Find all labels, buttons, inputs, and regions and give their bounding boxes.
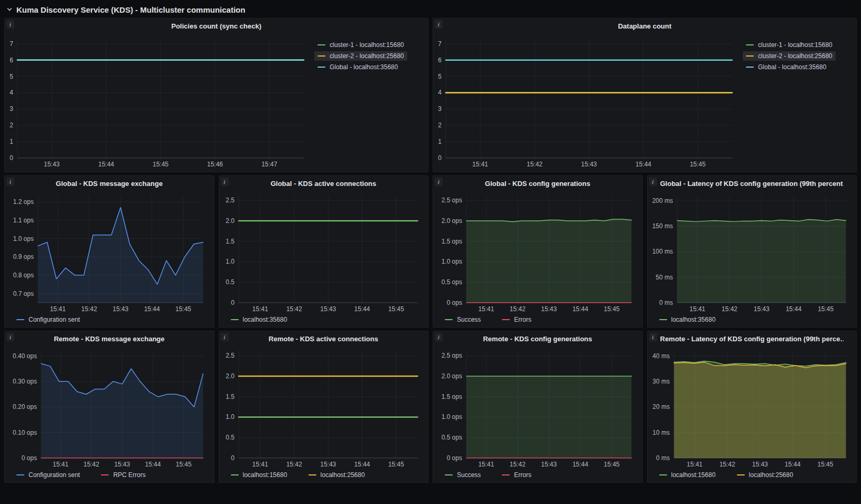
chart-canvas[interactable]: 00.51.01.52.02.515:4115:4215:4315:4415:4… [221,346,424,470]
legend-series-dash-icon [445,319,453,320]
chart-area[interactable]: 0123456715:4115:4215:4315:4415:45 [435,33,738,170]
legend-item[interactable]: RPC Errors [98,470,148,480]
legend-item[interactable]: localhost:35680 [228,315,291,324]
legend-item[interactable]: localhost:15680 [656,470,719,480]
y-tick-label: 2.0 [226,372,235,380]
legend-item[interactable]: Configuration sent [13,470,83,480]
y-tick-label: 0.5 [226,434,235,441]
y-tick-label: 1.5 [226,393,235,400]
y-tick-label: 5 [438,73,442,80]
legend-item[interactable]: Errors [499,315,535,324]
panel-title[interactable]: Global - KDS active connections [232,179,416,189]
panel-info-icon[interactable]: i [221,333,229,341]
panel-title[interactable]: Global - KDS config generations [446,179,630,189]
legend-series-dash-icon [317,67,325,68]
legend-item[interactable]: Success [442,470,484,480]
legend-item[interactable]: cluster-1 - localhost:15680 [743,40,836,50]
chart-canvas[interactable]: 0 ops0.5 ops1.0 ops1.5 ops2.0 ops2.5 ops… [435,190,638,314]
y-tick-label: 0.40 ops [13,352,37,360]
chart-canvas[interactable]: 0 ms10 ms20 ms30 ms40 ms15:4115:4215:431… [650,346,853,470]
y-tick-label: 0 ops [447,299,462,306]
chart-canvas[interactable]: 0.7 ops0.8 ops0.9 ops1.0 ops1.1 ops1.2 o… [7,190,210,314]
panel-dataplane-count: iDataplane count0123456715:4115:4215:431… [433,18,857,172]
y-tick-label: 3 [438,105,442,113]
chart-area[interactable]: 0 ops0.5 ops1.0 ops1.5 ops2.0 ops2.5 ops… [435,346,638,470]
legend-item[interactable]: Success [442,315,484,324]
legend-item[interactable]: Errors [499,470,535,480]
x-tick-label: 15:45 [604,305,620,313]
legend-label: cluster-2 - localhost:25680 [330,52,404,60]
chart-area[interactable]: 0 ms10 ms20 ms30 ms40 ms15:4115:4215:431… [650,346,853,470]
x-tick-label: 15:44 [784,461,800,468]
legend-item[interactable]: localhost:15680 [228,470,291,480]
panel-info-icon[interactable]: i [221,178,229,186]
dashboard-row-header[interactable]: Kuma Discovery Service (KDS) - Multiclus… [4,1,857,18]
chart-canvas[interactable]: 0123456715:4115:4215:4315:4415:45 [435,33,738,170]
y-tick-label: 0 [231,299,235,306]
legend-item[interactable]: localhost:25680 [734,470,797,480]
panel-title[interactable]: Policies count (sync check) [17,21,415,32]
panel-info-icon[interactable]: i [435,20,443,29]
panel-title[interactable]: Global - Latency of KDS config generatio… [660,179,844,189]
chart-area[interactable]: 0 ops0.10 ops0.20 ops0.30 ops0.40 ops15:… [7,346,210,470]
y-tick-label: 2 [10,122,13,129]
legend-series-dash-icon [659,474,667,475]
legend-item[interactable]: cluster-2 - localhost:25680 [314,51,407,61]
legend: localhost:15680localhost:25680 [221,470,424,480]
chevron-down-icon[interactable] [6,6,13,13]
panel-info-icon[interactable]: i [649,178,657,186]
panel-title[interactable]: Global - KDS message exchange [17,179,201,189]
legend-item[interactable]: Global - localhost:35680 [743,62,829,72]
series-fill-localhost-25680 [673,362,846,458]
panel-info-icon[interactable]: i [6,178,14,186]
x-tick-label: 15:42 [719,461,735,468]
legend-item[interactable]: cluster-2 - localhost:25680 [743,51,836,61]
x-tick-label: 15:42 [286,461,302,468]
chart-area[interactable]: 0123456715:4315:4415:4515:4615:47 [7,33,310,170]
x-tick-label: 15:44 [573,461,588,468]
panel-title[interactable]: Remote - Latency of KDS config generatio… [660,334,844,344]
legend-label: Errors [514,316,531,323]
y-tick-label: 4 [438,89,442,96]
chart-canvas[interactable]: 0 ms50 ms100 ms150 ms200 ms15:4115:4215:… [650,190,853,314]
x-tick-label: 15:46 [207,161,223,168]
y-tick-label: 1.0 ops [13,235,34,242]
chart-canvas[interactable]: 00.51.01.52.02.515:4115:4215:4315:4415:4… [221,190,424,314]
panel-title[interactable]: Dataplane count [446,21,844,32]
panel-title[interactable]: Remote - KDS message exchange [17,334,201,344]
panel-info-icon[interactable]: i [435,333,443,341]
panel-info-icon[interactable]: i [649,333,657,341]
chart-area[interactable]: 00.51.01.52.02.515:4115:4215:4315:4415:4… [221,346,424,470]
panel-remote-kds-config-generations: iRemote - KDS config generations0 ops0.5… [433,331,643,483]
chart-canvas[interactable]: 0 ops0.5 ops1.0 ops1.5 ops2.0 ops2.5 ops… [435,346,638,470]
legend-series-dash-icon [231,474,239,475]
panel-title[interactable]: Remote - KDS active connections [232,334,416,344]
chart-area[interactable]: 0.7 ops0.8 ops0.9 ops1.0 ops1.1 ops1.2 o… [7,190,210,314]
panel-grid: iPolicies count (sync check)0123456715:4… [4,18,857,483]
grid-lines [17,38,304,158]
chart-area[interactable]: 0 ms50 ms100 ms150 ms200 ms15:4115:4215:… [650,190,853,314]
legend-series-dash-icon [502,319,510,320]
panel-info-icon[interactable]: i [6,20,14,29]
legend-item[interactable]: Global - localhost:35680 [314,62,401,72]
row-title[interactable]: Kuma Discovery Service (KDS) - Multiclus… [16,5,245,14]
panel-info-icon[interactable]: i [435,178,443,186]
chart-area[interactable]: 0 ops0.5 ops1.0 ops1.5 ops2.0 ops2.5 ops… [435,190,638,314]
legend-item[interactable]: localhost:35680 [656,315,719,324]
legend-item[interactable]: Configuration sent [13,315,83,324]
chart-canvas[interactable]: 0123456715:4315:4415:4515:4615:47 [7,33,310,170]
panel-info-icon[interactable]: i [6,333,14,341]
legend-item[interactable]: localhost:25680 [305,470,368,480]
y-tick-label: 3 [10,105,13,113]
panel-title[interactable]: Remote - KDS config generations [446,334,630,344]
chart-area[interactable]: 00.51.01.52.02.515:4115:4215:4315:4415:4… [221,190,424,314]
x-tick-label: 15:45 [153,161,169,168]
grid-lines [238,195,417,303]
y-tick-label: 0.8 ops [13,272,34,279]
y-tick-label: 2.5 ops [442,197,462,204]
y-tick-label: 2.0 [226,217,235,225]
x-tick-label: 15:43 [320,305,336,313]
y-tick-label: 150 ms [652,222,672,230]
legend-item[interactable]: cluster-1 - localhost:15680 [314,40,407,50]
chart-canvas[interactable]: 0 ops0.10 ops0.20 ops0.30 ops0.40 ops15:… [7,346,210,470]
